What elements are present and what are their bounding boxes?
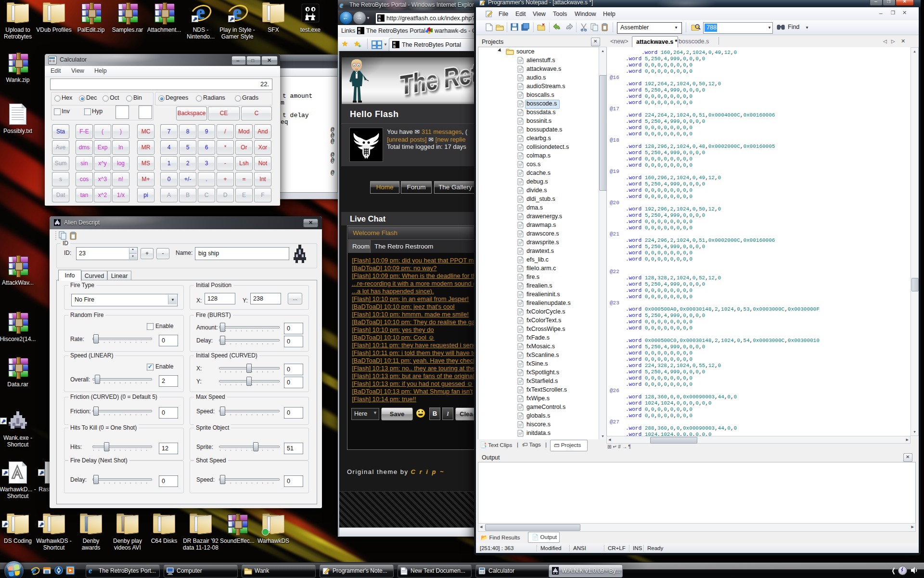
svg-text:The Retro: The Retro (398, 57, 475, 100)
